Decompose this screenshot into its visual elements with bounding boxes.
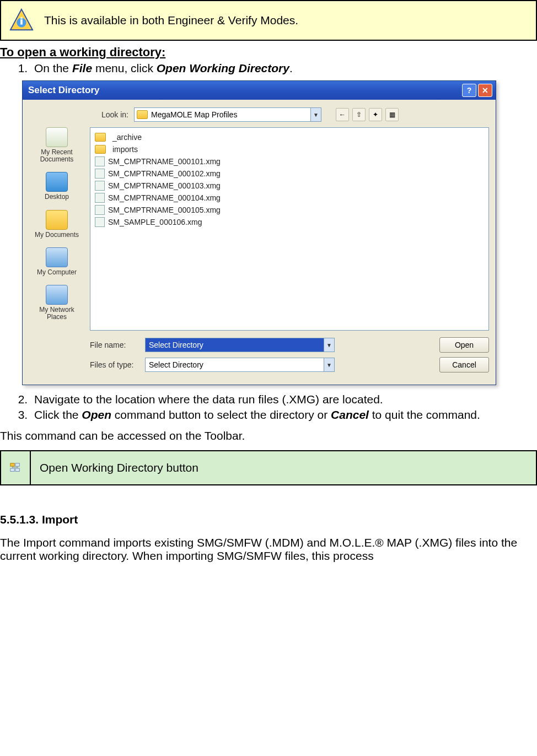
open-directory-toolbar-icon (9, 462, 22, 474)
dialog-titlebar: Select Directory ? ✕ (23, 81, 496, 100)
svg-rect-4 (10, 463, 14, 467)
new-folder-icon[interactable]: ✦ (369, 108, 382, 121)
svg-rect-6 (10, 468, 14, 472)
filename-input[interactable]: Select Directory ▼ (145, 338, 335, 352)
cancel-button[interactable]: Cancel (439, 357, 489, 372)
lookin-label: Look in: (90, 110, 128, 119)
folder-icon (95, 133, 106, 142)
chevron-down-icon[interactable]: ▼ (324, 338, 334, 352)
help-button[interactable]: ? (462, 84, 476, 97)
place-recent[interactable]: My Recent Documents (29, 125, 84, 168)
import-heading: 5.5.1.3. Import (0, 513, 537, 526)
step-3: Click the Open command button to select … (31, 408, 537, 422)
file-list[interactable]: _archive imports SM_CMPTRNAME_000101.xmg… (90, 127, 489, 331)
toolbar-note: This command can be accessed on the Tool… (0, 429, 537, 442)
filetype-label: Files of type: (90, 360, 139, 369)
back-icon[interactable]: ← (336, 108, 349, 121)
dialog-title: Select Directory (28, 85, 99, 96)
list-item[interactable]: SM_CMPTRNAME_000101.xmg (95, 155, 484, 168)
file-icon (95, 181, 105, 191)
place-mycomputer[interactable]: My Computer (29, 245, 84, 280)
list-item[interactable]: SM_CMPTRNAME_000102.xmg (95, 168, 484, 180)
select-directory-dialog: Select Directory ? ✕ My Recent Documents… (22, 80, 496, 385)
lookin-value: MegaMOLE Map Profiles (151, 110, 237, 119)
toolbar-button-box: Open Working Directory button (0, 450, 537, 485)
file-icon (95, 205, 105, 215)
toolbar-button-label: Open Working Directory button (31, 451, 207, 484)
step-2: Navigate to the location where the data … (31, 393, 537, 406)
close-button[interactable]: ✕ (478, 84, 492, 97)
list-item[interactable]: SM_SAMPLE_000106.xmg (95, 216, 484, 228)
chevron-down-icon[interactable]: ▼ (324, 358, 334, 371)
chevron-down-icon[interactable]: ▼ (310, 108, 321, 121)
file-icon (95, 169, 105, 179)
places-bar: My Recent Documents Desktop My Documents… (29, 125, 84, 377)
info-banner-text: This is available in both Engineer & Ver… (44, 14, 298, 27)
file-icon (95, 193, 105, 203)
list-item[interactable]: _archive (95, 131, 484, 143)
svg-rect-3 (20, 17, 23, 19)
lookin-combo[interactable]: MegaMOLE Map Profiles ▼ (134, 107, 321, 122)
svg-rect-5 (15, 463, 19, 467)
svg-rect-2 (20, 19, 23, 25)
filetype-combo[interactable]: Select Directory ▼ (145, 358, 335, 372)
step-1: On the File menu, click Open Working Dir… (31, 62, 537, 75)
alert-info-icon (9, 8, 34, 33)
info-banner: This is available in both Engineer & Ver… (0, 0, 537, 41)
folder-icon (137, 110, 148, 119)
place-mydocs[interactable]: My Documents (29, 208, 84, 243)
place-desktop[interactable]: Desktop (29, 170, 84, 205)
list-item[interactable]: imports (95, 143, 484, 155)
up-icon[interactable]: ⇧ (352, 108, 366, 121)
list-item[interactable]: SM_CMPTRNAME_000104.xmg (95, 192, 484, 204)
folder-icon (95, 145, 106, 154)
file-icon (95, 156, 105, 166)
list-item[interactable]: SM_CMPTRNAME_000105.xmg (95, 204, 484, 216)
svg-rect-7 (15, 468, 19, 472)
procedure-heading: To open a working directory: (0, 45, 537, 60)
place-network[interactable]: My Network Places (29, 283, 84, 325)
import-paragraph: The Import command imports existing SMG/… (0, 536, 537, 563)
list-item[interactable]: SM_CMPTRNAME_000103.xmg (95, 180, 484, 192)
filename-label: File name: (90, 341, 139, 349)
open-button[interactable]: Open (439, 337, 489, 353)
file-icon (95, 217, 105, 227)
views-icon[interactable]: ▦ (385, 108, 399, 121)
